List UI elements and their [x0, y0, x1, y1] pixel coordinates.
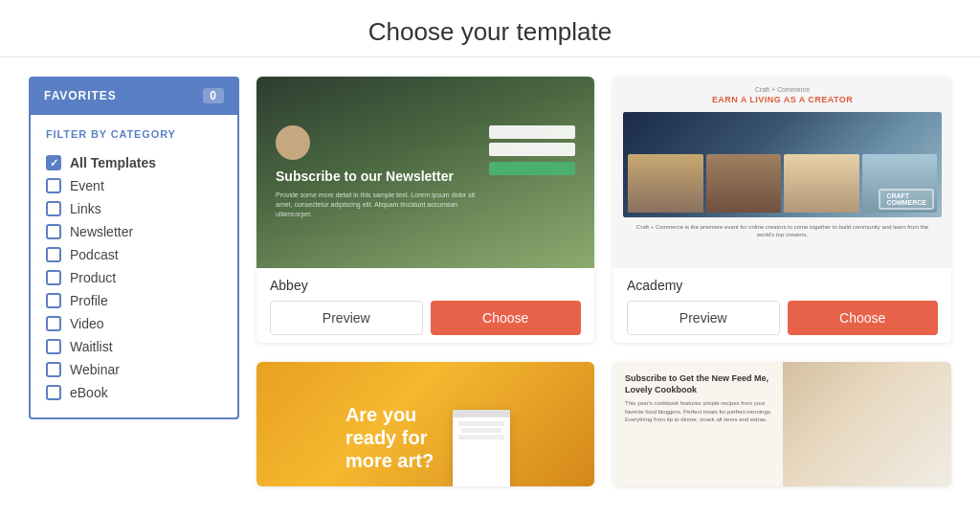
category-event[interactable]: Event [46, 174, 222, 197]
academy-info: Academy Preview Choose [613, 268, 951, 343]
filter-box: FILTER BY CATEGORY All Templates Event L… [29, 115, 239, 419]
academy-headline: EARN A LIVING AS A CREATOR [712, 95, 853, 104]
abbey-submit [489, 162, 575, 175]
checkbox-profile [46, 293, 61, 308]
page-wrapper: Choose your template FAVORITES 0 FILTER … [0, 0, 980, 518]
checkbox-ebook [46, 385, 61, 400]
checkbox-waitlist [46, 339, 61, 354]
abbey-info: Abbey Preview Choose [256, 268, 594, 343]
category-product[interactable]: Product [46, 266, 222, 289]
abbey-form [489, 125, 575, 175]
abbey-actions: Preview Choose [270, 301, 581, 335]
category-video-label: Video [70, 316, 104, 331]
category-profile[interactable]: Profile [46, 289, 222, 312]
abbey2-text: Are youready formore art? [326, 389, 453, 486]
category-newsletter[interactable]: Newsletter [46, 220, 222, 243]
checkbox-product [46, 270, 61, 285]
category-event-label: Event [70, 178, 104, 193]
category-video[interactable]: Video [46, 312, 222, 335]
category-ebook[interactable]: eBook [46, 381, 222, 404]
cookbook-text-area: Subscribe to Get the New Feed Me, Lovely… [625, 373, 783, 424]
category-links[interactable]: Links [46, 197, 222, 220]
academy-actions: Preview Choose [627, 301, 938, 335]
page-title: Choose your template [0, 17, 980, 47]
filter-title: FILTER BY CATEGORY [46, 128, 222, 140]
checkbox-newsletter [46, 224, 61, 239]
template-card-academy: Craft + Commerce EARN A LIVING AS A CREA… [613, 77, 951, 343]
template-card-abbey2: Are youready formore art? [256, 362, 594, 486]
academy-name: Academy [627, 278, 938, 293]
academy-choose-button[interactable]: Choose [788, 301, 939, 335]
favorites-count: 0 [203, 88, 224, 103]
checkbox-event [46, 178, 61, 193]
category-profile-label: Profile [70, 293, 108, 308]
abbey-choose-button[interactable]: Choose [431, 301, 582, 335]
template-grid: Subscribe to our Newsletter Provide some… [256, 77, 951, 499]
category-waitlist[interactable]: Waitlist [46, 335, 222, 358]
checkbox-video [46, 316, 61, 331]
abbey-preview: Subscribe to our Newsletter Provide some… [256, 77, 594, 268]
academy-preview: Craft + Commerce EARN A LIVING AS A CREA… [613, 77, 951, 268]
abbey-card-title: Subscribe to our Newsletter [276, 168, 479, 185]
sidebar: FAVORITES 0 FILTER BY CATEGORY All Templ… [29, 77, 239, 499]
academy-preview-button[interactable]: Preview [627, 301, 780, 335]
person-3 [784, 154, 859, 214]
favorites-label: FAVORITES [44, 89, 117, 102]
checkbox-all [46, 155, 61, 170]
checkbox-webinar [46, 362, 61, 377]
abbey-inner: Subscribe to our Newsletter Provide some… [256, 106, 594, 238]
main-content: FAVORITES 0 FILTER BY CATEGORY All Templ… [0, 57, 980, 518]
category-product-label: Product [70, 270, 116, 285]
academy-image: CRAFTCOMMERCE [623, 112, 942, 217]
abbey-left: Subscribe to our Newsletter Provide some… [276, 125, 479, 219]
category-webinar-label: Webinar [70, 362, 120, 377]
page-header: Choose your template [0, 0, 980, 57]
academy-desc: Craft + Commerce is the premiere event f… [623, 223, 942, 239]
template-card-cookbook: Subscribe to Get the New Feed Me, Lovely… [613, 362, 951, 486]
favorites-button[interactable]: FAVORITES 0 [29, 77, 239, 115]
abbey2-device [453, 410, 510, 486]
abbey-input-2 [489, 143, 575, 156]
category-webinar[interactable]: Webinar [46, 358, 222, 381]
abbey-avatar [276, 125, 310, 160]
cookbook-desc: This year's cookbook features simple rec… [625, 399, 783, 423]
abbey-preview-button[interactable]: Preview [270, 301, 423, 335]
category-ebook-label: eBook [70, 385, 108, 400]
category-all[interactable]: All Templates [46, 151, 222, 174]
category-newsletter-label: Newsletter [70, 224, 133, 239]
abbey-input-1 [489, 125, 575, 139]
category-podcast[interactable]: Podcast [46, 243, 222, 266]
abbey2-preview: Are youready formore art? [256, 362, 594, 486]
category-links-label: Links [70, 201, 101, 216]
checkbox-podcast [46, 247, 61, 262]
category-waitlist-label: Waitlist [70, 339, 113, 354]
abbey-name: Abbey [270, 278, 581, 293]
category-all-label: All Templates [70, 155, 156, 170]
cookbook-img-bg [783, 362, 952, 486]
cookbook-preview: Subscribe to Get the New Feed Me, Lovely… [613, 362, 951, 486]
person-1 [628, 154, 703, 214]
academy-logo-overlay: CRAFTCOMMERCE [879, 189, 934, 210]
cookbook-title: Subscribe to Get the New Feed Me, Lovely… [625, 373, 783, 395]
checkbox-links [46, 201, 61, 216]
template-card-abbey: Subscribe to our Newsletter Provide some… [256, 77, 594, 343]
abbey-card-desc: Provide some more detail in this sample … [276, 191, 479, 218]
cookbook-image [783, 362, 952, 486]
academy-brand: Craft + Commerce [755, 86, 810, 93]
person-2 [706, 154, 782, 214]
category-podcast-label: Podcast [70, 247, 119, 262]
